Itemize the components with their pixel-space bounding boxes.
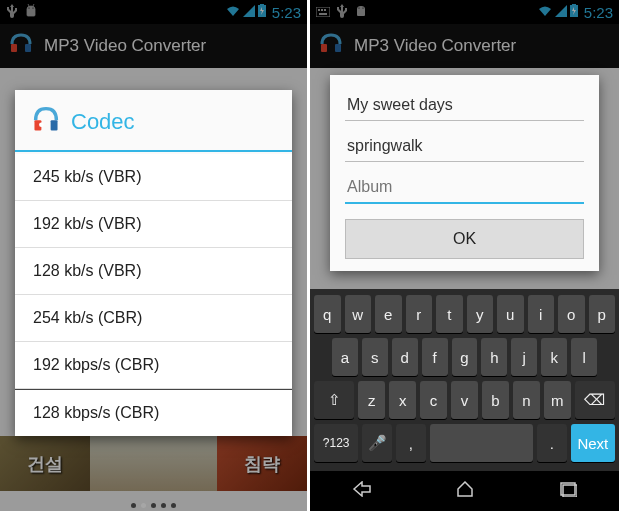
key-i[interactable]: i <box>528 295 555 333</box>
key-period[interactable]: . <box>537 424 567 462</box>
key-b[interactable]: b <box>482 381 509 419</box>
codec-option[interactable]: 192 kbps/s (CBR) <box>15 342 292 389</box>
key-w[interactable]: w <box>345 295 372 333</box>
key-t[interactable]: t <box>436 295 463 333</box>
key-c[interactable]: c <box>420 381 447 419</box>
codec-list: 245 kb/s (VBR) 192 kb/s (VBR) 128 kb/s (… <box>15 154 292 436</box>
codec-option[interactable]: 254 kb/s (CBR) <box>15 295 292 342</box>
codec-option[interactable]: 128 kbps/s (CBR) <box>15 389 292 436</box>
key-symbols[interactable]: ?123 <box>314 424 358 462</box>
key-n[interactable]: n <box>513 381 540 419</box>
key-r[interactable]: r <box>406 295 433 333</box>
key-a[interactable]: a <box>332 338 358 376</box>
codec-option[interactable]: 192 kb/s (VBR) <box>15 201 292 248</box>
key-y[interactable]: y <box>467 295 494 333</box>
codec-option[interactable]: 245 kb/s (VBR) <box>15 154 292 201</box>
svg-rect-7 <box>51 120 58 130</box>
key-l[interactable]: l <box>571 338 597 376</box>
dialog-divider <box>15 150 292 152</box>
headphones-icon <box>31 104 61 140</box>
key-v[interactable]: v <box>451 381 478 419</box>
key-h[interactable]: h <box>481 338 507 376</box>
key-comma[interactable]: , <box>396 424 426 462</box>
key-mic[interactable]: 🎤 <box>362 424 392 462</box>
artist-field[interactable] <box>345 131 584 162</box>
album-field[interactable] <box>345 172 584 204</box>
key-o[interactable]: o <box>558 295 585 333</box>
key-u[interactable]: u <box>497 295 524 333</box>
key-z[interactable]: z <box>358 381 385 419</box>
key-j[interactable]: j <box>511 338 537 376</box>
phone-screen-right: 5:23 MP3 Video Converter OK q w e r t <box>310 0 619 511</box>
phone-screen-left: 5:23 MP3 Video Converter 건설 침략 Code <box>0 0 307 511</box>
title-field[interactable] <box>345 90 584 121</box>
key-space[interactable] <box>430 424 534 462</box>
key-e[interactable]: e <box>375 295 402 333</box>
ok-button[interactable]: OK <box>345 219 584 259</box>
key-s[interactable]: s <box>362 338 388 376</box>
codec-option[interactable]: 128 kb/s (VBR) <box>15 248 292 295</box>
key-shift[interactable]: ⇧ <box>314 381 354 419</box>
dialog-header: Codec <box>15 90 292 150</box>
key-x[interactable]: x <box>389 381 416 419</box>
recent-button[interactable] <box>559 481 577 501</box>
key-next[interactable]: Next <box>571 424 615 462</box>
key-p[interactable]: p <box>589 295 616 333</box>
soft-keyboard: q w e r t y u i o p a s d f g h j k <box>310 289 619 471</box>
key-backspace[interactable]: ⌫ <box>575 381 615 419</box>
codec-dialog: Codec 245 kb/s (VBR) 192 kb/s (VBR) 128 … <box>15 90 292 436</box>
home-button[interactable] <box>456 481 474 501</box>
dialog-title: Codec <box>71 109 135 135</box>
metadata-dialog: OK <box>330 75 599 271</box>
key-f[interactable]: f <box>422 338 448 376</box>
back-button[interactable] <box>352 481 372 501</box>
navigation-bar <box>310 471 619 511</box>
key-k[interactable]: k <box>541 338 567 376</box>
key-q[interactable]: q <box>314 295 341 333</box>
key-m[interactable]: m <box>544 381 571 419</box>
key-g[interactable]: g <box>452 338 478 376</box>
svg-point-8 <box>39 122 44 127</box>
key-d[interactable]: d <box>392 338 418 376</box>
